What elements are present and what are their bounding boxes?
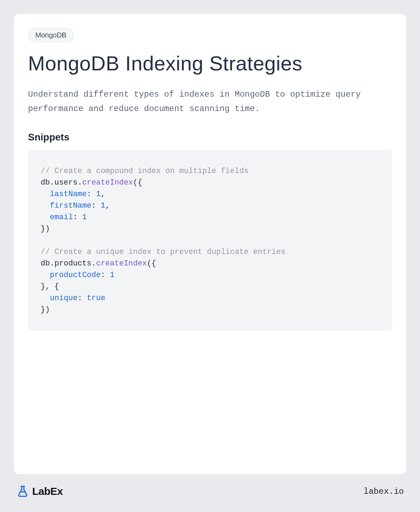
content-card: MongoDB MongoDB Indexing Strategies Unde…: [14, 14, 406, 474]
code-text: }): [41, 305, 50, 314]
code-text: ({: [133, 178, 142, 187]
code-text: ({: [147, 259, 156, 268]
code-text: db.users.: [41, 178, 82, 187]
code-key: email: [50, 213, 73, 222]
code-num: 1: [82, 213, 87, 222]
code-key: unique: [50, 294, 77, 303]
code-snippet: // Create a compound index on multiple f…: [28, 150, 392, 331]
code-comment: // Create a unique index to prevent dupl…: [41, 248, 286, 256]
snippets-heading: Snippets: [28, 132, 392, 143]
description: Understand different types of indexes in…: [28, 88, 392, 116]
brand: LabEx: [16, 485, 63, 498]
code-key: firstName: [50, 201, 91, 210]
category-tag: MongoDB: [28, 28, 74, 42]
footer: LabEx labex.io: [14, 474, 406, 498]
code-comment: // Create a compound index on multiple f…: [41, 167, 248, 175]
code-bool: true: [87, 294, 105, 303]
code-num: 1: [110, 271, 114, 279]
page-title: MongoDB Indexing Strategies: [28, 51, 392, 75]
code-num: 1: [101, 201, 105, 210]
code-text: }, {: [41, 282, 59, 291]
code-text: db.products.: [41, 259, 96, 268]
code-text: }): [41, 224, 50, 233]
code-key: productCode: [50, 271, 100, 279]
code-num: 1: [96, 190, 100, 199]
flask-icon: [16, 485, 29, 498]
site-url: labex.io: [364, 487, 404, 496]
code-fn: createIndex: [96, 259, 147, 268]
code-fn: createIndex: [82, 178, 133, 187]
code-key: lastName: [50, 190, 87, 199]
brand-text: LabEx: [32, 485, 63, 497]
